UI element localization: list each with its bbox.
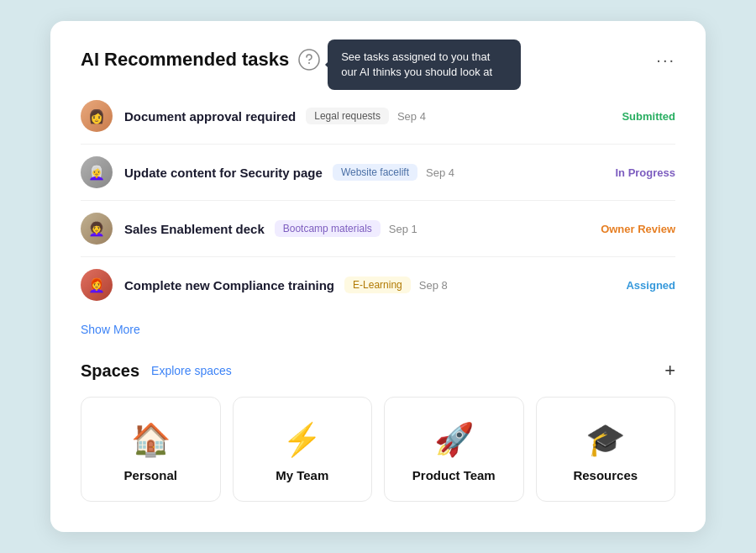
add-space-button[interactable]: + — [664, 360, 675, 382]
task-row[interactable]: 👩‍🦱 Sales Enablement deck Bootcamp mater… — [81, 201, 675, 257]
task-status: Owner Review — [601, 223, 675, 235]
task-tag: Website facelift — [333, 164, 417, 181]
avatar: 👩‍🦱 — [81, 213, 113, 245]
header: AI Recommended tasks See tasks assigned … — [81, 48, 675, 71]
task-date: Sep 4 — [426, 166, 454, 179]
task-tag: Legal requests — [306, 108, 389, 124]
space-card-personal[interactable]: 🏠 Personal — [81, 397, 221, 502]
info-icon[interactable]: See tasks assigned to you that our AI th… — [297, 48, 321, 71]
task-name: Document approval required — [124, 109, 296, 124]
page-title: AI Recommended tasks — [81, 49, 289, 71]
svg-point-1 — [308, 62, 310, 64]
more-options-button[interactable]: ··· — [656, 50, 675, 70]
show-more-button[interactable]: Show More — [81, 313, 140, 340]
space-icon: 🎓 — [585, 421, 625, 458]
task-tag: E-Learning — [344, 276, 411, 293]
space-label: My Team — [276, 468, 328, 482]
main-card: AI Recommended tasks See tasks assigned … — [50, 21, 706, 532]
space-icon: 🏠 — [131, 421, 171, 458]
space-icon: 🚀 — [434, 421, 474, 458]
space-label: Personal — [124, 468, 177, 482]
task-list: 👩 Document approval required Legal reque… — [81, 88, 675, 313]
task-status: In Progress — [615, 166, 675, 179]
task-name: Sales Enablement deck — [124, 222, 265, 236]
task-row[interactable]: 👩‍🦰 Complete new Compliance training E-L… — [81, 257, 675, 313]
spaces-grid: 🏠 Personal ⚡ My Team 🚀 Product Team 🎓 Re… — [81, 397, 675, 502]
avatar: 👩 — [81, 100, 113, 132]
space-label: Resources — [573, 468, 638, 482]
task-date: Sep 1 — [389, 223, 417, 235]
task-date: Sep 8 — [419, 279, 448, 292]
task-date: Sep 4 — [397, 110, 426, 123]
task-name: Complete new Compliance training — [124, 278, 334, 292]
space-card-product-team[interactable]: 🚀 Product Team — [384, 397, 524, 502]
avatar: 👩‍🦰 — [81, 269, 113, 301]
space-card-my-team[interactable]: ⚡ My Team — [233, 397, 373, 502]
space-card-resources[interactable]: 🎓 Resources — [536, 397, 676, 502]
task-name: Update content for Security page — [124, 166, 323, 180]
task-row[interactable]: 👩‍🦳 Update content for Security page Web… — [81, 145, 675, 201]
task-status: Assigned — [626, 279, 675, 292]
spaces-header: Spaces Explore spaces + — [81, 360, 675, 382]
explore-spaces-button[interactable]: Explore spaces — [151, 364, 232, 377]
task-tag: Bootcamp materials — [275, 220, 381, 237]
space-icon: ⚡ — [282, 421, 322, 458]
space-label: Product Team — [412, 468, 496, 482]
task-status: Submitted — [622, 110, 675, 123]
ai-tooltip: See tasks assigned to you that our AI th… — [328, 40, 521, 90]
spaces-title: Spaces — [81, 361, 139, 381]
avatar: 👩‍🦳 — [81, 156, 113, 188]
task-row[interactable]: 👩 Document approval required Legal reque… — [81, 88, 675, 145]
